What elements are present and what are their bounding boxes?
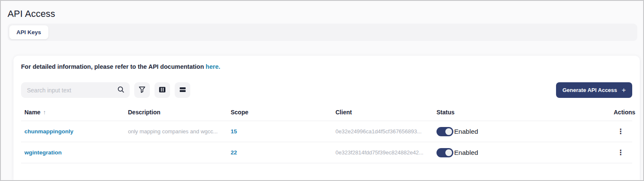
- table-row: wgintegration220e323f2814fdd75f39ec82488…: [21, 142, 632, 163]
- api-key-name-link[interactable]: wgintegration: [24, 149, 62, 156]
- api-keys-panel: For detailed information, please refer t…: [13, 56, 640, 180]
- page-title: API Access: [1, 1, 643, 19]
- api-access-page: API Access API Keys For detailed informa…: [0, 0, 644, 181]
- column-header-status[interactable]: Status: [433, 109, 610, 116]
- table-row: chunmappingonlyonly mapping companies an…: [21, 121, 632, 142]
- api-key-scope-link[interactable]: 22: [231, 149, 237, 156]
- status-toggle[interactable]: [436, 127, 453, 136]
- table-body: chunmappingonlyonly mapping companies an…: [21, 121, 632, 163]
- status-label: Enabled: [454, 128, 478, 135]
- density-button[interactable]: [175, 82, 190, 98]
- density-icon: [179, 87, 186, 94]
- plus-icon: +: [622, 86, 626, 94]
- search-icon: [117, 86, 125, 95]
- search-box: [21, 82, 130, 98]
- sort-asc-icon: ↑: [43, 109, 46, 116]
- tab-strip: API Keys: [8, 24, 637, 41]
- status-label: Enabled: [454, 149, 478, 157]
- generate-api-access-button[interactable]: Generate API Access +: [556, 82, 632, 98]
- toggle-knob: [445, 128, 452, 135]
- status-toggle[interactable]: [436, 148, 453, 157]
- generate-api-access-label: Generate API Access: [562, 87, 617, 93]
- column-header-client[interactable]: Client: [332, 109, 433, 116]
- api-doc-here-link[interactable]: here.: [206, 63, 221, 70]
- tab-api-keys-label: API Keys: [16, 29, 41, 35]
- api-key-description: only mapping companies and wgcc...: [125, 128, 227, 135]
- api-keys-table: Name↑DescriptionScopeClientStatusActions…: [21, 103, 632, 163]
- columns-button[interactable]: [154, 82, 170, 98]
- tab-api-keys[interactable]: API Keys: [9, 25, 48, 39]
- api-key-scope-link[interactable]: 15: [231, 128, 237, 135]
- column-header-scope[interactable]: Scope: [227, 109, 332, 116]
- filter-icon: [138, 86, 146, 95]
- toggle-knob: [445, 149, 452, 156]
- search-input[interactable]: [27, 87, 117, 94]
- table-header-row: Name↑DescriptionScopeClientStatusActions: [21, 103, 632, 121]
- api-key-name-link[interactable]: chunmappingonly: [24, 128, 73, 135]
- api-key-client: 0e323f2814fdd75f39ec824882e42...: [332, 149, 433, 156]
- column-header-desc[interactable]: Description: [125, 109, 227, 116]
- kebab-menu-icon[interactable]: ⋮: [615, 147, 626, 158]
- columns-icon: [159, 86, 166, 94]
- toolbar: Generate API Access +: [21, 82, 632, 98]
- api-doc-info-text: For detailed information, please refer t…: [21, 63, 632, 70]
- filter-button[interactable]: [134, 82, 150, 98]
- column-header-actions[interactable]: Actions: [610, 109, 639, 116]
- api-key-client: 0e32e24996ca1d4f5cf367656893...: [332, 128, 433, 135]
- column-header-name[interactable]: Name↑: [21, 109, 125, 116]
- kebab-menu-icon[interactable]: ⋮: [615, 126, 626, 137]
